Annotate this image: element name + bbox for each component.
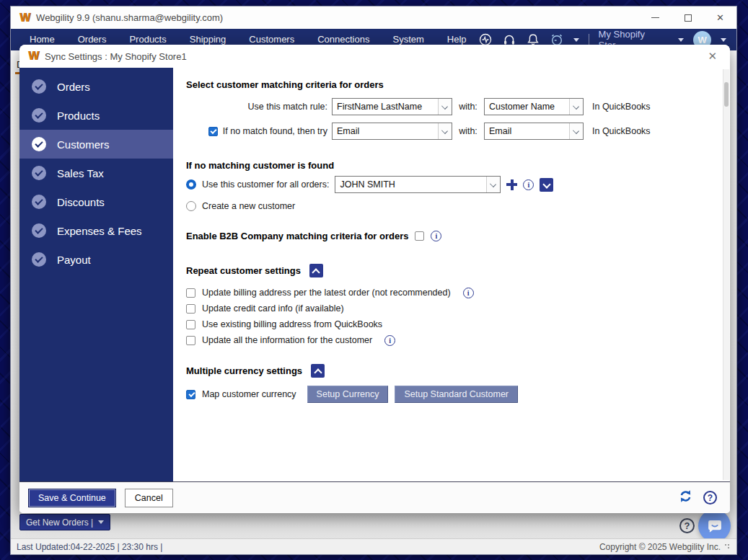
store-caret-icon[interactable] [678,38,684,42]
sidebar-item-products[interactable]: Products [19,101,173,130]
get-new-orders-label: Get New Orders | [26,517,93,528]
create-new-customer-radio[interactable] [186,201,196,211]
chat-support-icon[interactable] [698,510,731,542]
check-circle-icon [32,137,46,151]
dialog-header: W Sync Settings : My Shopify Store1 ✕ [19,45,730,68]
sidebar-item-label: Customers [57,138,110,151]
matching-criteria-heading: Select customer matching criteria for or… [186,79,720,90]
create-new-customer-label: Create a new customer [202,201,295,211]
in-quickbooks-label: In QuickBooks [592,126,651,136]
fallback-rule-value: Email [337,126,359,136]
update-all-info-checkbox[interactable] [186,336,195,345]
map-currency-label: Map customer currency [202,389,296,399]
sidebar-item-label: Discounts [57,196,105,208]
desktop-background: W Webgility 9.9 (shanu.sharma@webgility.… [0,0,748,560]
default-customer-select[interactable]: JOHN SMITH [335,176,501,193]
sidebar-item-payout[interactable]: Payout [19,245,173,274]
info-icon[interactable] [431,231,441,241]
repeat-option-row: Update credit card info (if available) [186,303,720,314]
sidebar-item-label: Orders [57,81,90,93]
check-circle-icon [32,252,46,267]
minimize-button[interactable] [639,6,672,29]
chevron-down-icon [569,99,583,115]
dialog-title: Sync Settings : My Shopify Store1 [45,51,187,62]
qb-field-select[interactable]: Customer Name [484,98,584,115]
sidebar-item-label: Payout [57,254,91,266]
save-continue-button[interactable]: Save & Continue [28,489,116,507]
window-title: Webgility 9.9 (shanu.sharma@webgility.co… [36,12,223,23]
close-button[interactable]: ✕ [704,6,736,29]
setup-standard-customer-button[interactable]: Setup Standard Customer [395,386,518,403]
use-existing-billing-checkbox[interactable] [186,320,195,329]
option-label: Update all the information for the custo… [202,335,372,345]
use-this-customer-radio[interactable] [186,179,196,190]
with-label: with: [452,102,484,112]
no-match-heading: If no matching customer is found [186,160,720,171]
customer-options-dropdown-button[interactable] [540,178,553,192]
sidebar-item-expenses-fees[interactable]: Expenses & Fees [19,216,173,245]
info-icon[interactable] [384,335,395,346]
window-controls: ✕ [639,6,736,29]
update-credit-card-checkbox[interactable] [186,304,195,314]
map-customer-currency-checkbox[interactable] [186,390,195,399]
b2b-matching-label: Enable B2B Company matching criteria for… [186,231,408,241]
repeat-settings-collapse-button[interactable] [309,264,323,277]
app-help-icon[interactable]: ? [679,518,695,533]
dialog-close-button[interactable]: ✕ [703,48,721,64]
webgility-logo-icon: W [28,50,38,63]
sidebar-item-sales-tax[interactable]: Sales Tax [19,159,173,187]
update-billing-address-checkbox[interactable] [186,288,195,298]
dialog-scrollbar[interactable] [723,69,729,480]
sidebar-item-discounts[interactable]: Discounts [19,187,173,216]
get-new-orders-caret-icon [98,520,104,524]
sidebar-item-orders[interactable]: Orders [19,72,173,101]
check-circle-icon [32,108,46,123]
create-new-customer-row: Create a new customer [186,200,720,213]
statusbar: Last Updated:04-22-2025 | 23:30 hrs | Co… [11,538,736,554]
option-label: Use existing billing address from QuickB… [202,319,382,329]
currency-row: Map customer currency Setup Currency Set… [186,386,720,403]
repeat-option-row: Update billing address per the latest or… [186,287,720,298]
use-this-customer-row: Use this customer for all orders: JOHN S… [186,176,720,193]
with-label: with: [452,126,484,136]
repeat-settings-options: Update billing address per the latest or… [186,287,720,346]
option-label: Update billing address per the latest or… [202,288,451,298]
scrollbar-thumb[interactable] [724,82,729,107]
dialog-footer: Save & Continue Cancel ? [19,481,730,513]
sidebar-item-label: Products [57,110,100,122]
match-rule-select[interactable]: FirstName LastName [332,98,452,115]
add-customer-button[interactable] [506,179,517,190]
dialog-help-icon[interactable]: ? [703,491,717,505]
b2b-matching-checkbox[interactable] [415,231,424,241]
last-updated-text: Last Updated:04-22-2025 | 23:30 hrs | [17,542,162,552]
refresh-icon[interactable] [678,489,693,507]
repeat-option-row: Update all the information for the custo… [186,334,720,346]
resize-grip[interactable] [724,543,731,550]
get-new-orders-button[interactable]: Get New Orders | [19,514,110,530]
option-label: Update credit card info (if available) [202,303,344,314]
chevron-down-icon [569,123,583,139]
sidebar-item-customers[interactable]: Customers [19,130,173,159]
check-circle-icon [32,79,46,94]
dialog-sidebar: Orders Products Customers Sales Tax Disc… [19,68,173,481]
match-rule-label: Use this match rule: [186,102,327,112]
check-circle-icon [32,166,46,180]
qb-field-value: Customer Name [489,102,555,112]
scheduler-caret-icon[interactable] [573,38,579,42]
setup-currency-button[interactable]: Setup Currency [307,386,389,403]
info-icon[interactable] [523,179,534,190]
cancel-button[interactable]: Cancel [125,489,173,507]
titlebar: W Webgility 9.9 (shanu.sharma@webgility.… [11,6,736,29]
fallback-rule-select[interactable]: Email [332,123,452,140]
webgility-logo-icon: W [19,12,30,25]
match-rule-value: FirstName LastName [337,102,422,112]
fallback-match-row: If no match found, then try Email with: … [186,123,720,140]
avatar-caret-icon[interactable] [721,38,726,42]
sync-settings-dialog: W Sync Settings : My Shopify Store1 ✕ Or… [19,45,730,513]
info-icon[interactable] [463,288,474,298]
fallback-qb-field-select[interactable]: Email [484,123,584,140]
currency-settings-collapse-button[interactable] [311,364,325,378]
maximize-icon [685,14,692,22]
maximize-button[interactable] [672,6,704,29]
no-match-fallback-checkbox[interactable] [208,127,218,136]
